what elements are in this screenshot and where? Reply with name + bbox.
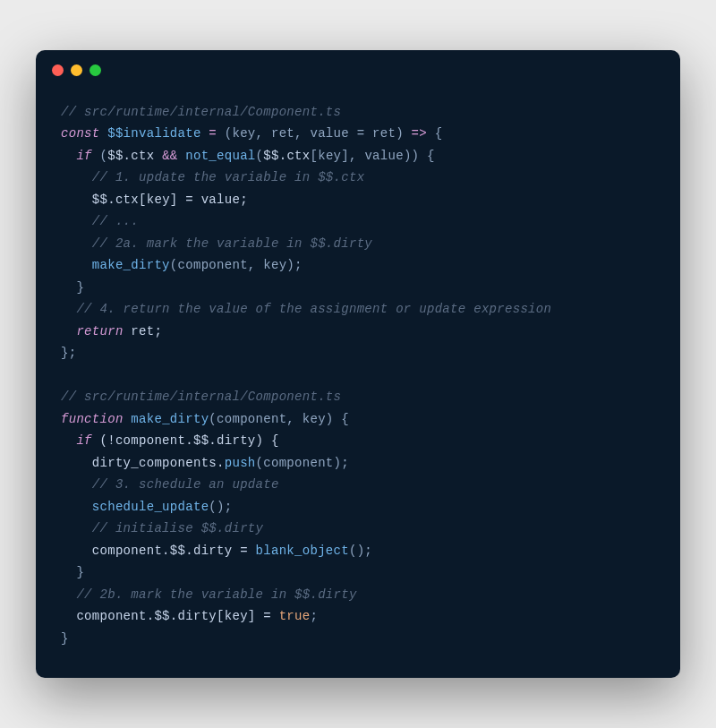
titlebar <box>36 50 680 83</box>
code-content: // src/runtime/internal/Component.ts con… <box>36 83 680 679</box>
identifier: $$ <box>170 544 185 558</box>
keyword-if: if <box>76 433 91 448</box>
comment: // src/runtime/internal/Component.ts <box>61 390 341 404</box>
comment: // 2a. mark the variable in $$.dirty <box>92 236 372 251</box>
expression: dirty_components. <box>92 456 225 470</box>
property: ctx <box>131 149 154 163</box>
close-icon[interactable] <box>52 64 64 76</box>
comment: // initialise $$.dirty <box>92 521 263 535</box>
brace: } <box>76 280 84 295</box>
identifier: $$invalidate <box>107 126 200 141</box>
identifier: $$. <box>263 149 286 163</box>
brace: { <box>435 126 443 141</box>
operator: && <box>154 149 185 163</box>
function-call: schedule_update <box>92 500 209 514</box>
params: (key, ret, value = ret) <box>225 126 404 141</box>
call: (); <box>349 544 372 558</box>
function-name: make_dirty <box>124 412 209 426</box>
property: ctx <box>115 193 139 207</box>
minimize-icon[interactable] <box>71 64 82 76</box>
comment: // ... <box>92 214 139 228</box>
expression: .dirty = <box>185 544 255 558</box>
brace: } <box>76 565 84 579</box>
paren: [key], value)) { <box>310 149 434 163</box>
comment: // 3. schedule an update <box>92 477 279 492</box>
expression: [key] = value; <box>139 193 248 207</box>
identifier: $$. <box>92 193 115 207</box>
semicolon: ; <box>310 609 318 623</box>
operator: = <box>201 126 225 141</box>
keyword-if: if <box>76 149 91 163</box>
expression: (!component. <box>92 433 193 448</box>
function-call: not_equal <box>185 149 255 163</box>
function-call: make_dirty <box>92 258 170 272</box>
args: (component); <box>256 456 349 470</box>
comment: // 2b. mark the variable in $$.dirty <box>76 587 356 602</box>
boolean: true <box>279 609 311 623</box>
identifier: $$ <box>193 433 209 448</box>
params: (component, key) { <box>209 412 349 426</box>
comment: // 1. update the variable in $$.ctx <box>92 170 365 184</box>
arrow: => <box>404 126 435 141</box>
maximize-icon[interactable] <box>90 64 101 76</box>
brace: } <box>61 631 69 646</box>
property: ctx <box>286 149 310 163</box>
expression: component. <box>92 544 170 558</box>
paren: ( <box>92 149 107 163</box>
keyword-return: return <box>76 324 123 338</box>
keyword-function: function <box>61 412 124 426</box>
expression: ret; <box>124 324 163 338</box>
method-call: push <box>225 456 256 470</box>
identifier: $$ <box>154 609 169 623</box>
brace: }; <box>61 346 76 360</box>
paren: ( <box>256 149 264 163</box>
code-window: // src/runtime/internal/Component.ts con… <box>36 50 680 679</box>
identifier: $$. <box>107 149 131 163</box>
comment: // 4. return the value of the assignment… <box>76 302 551 316</box>
expression: .dirty) { <box>209 433 278 448</box>
function-call: blank_object <box>256 544 349 558</box>
args: (component, key); <box>170 258 303 272</box>
comment: // src/runtime/internal/Component.ts <box>61 105 341 119</box>
expression: component. <box>76 609 154 623</box>
expression: .dirty[key] = <box>170 609 279 623</box>
call: (); <box>209 500 232 514</box>
keyword-const: const <box>61 126 100 141</box>
